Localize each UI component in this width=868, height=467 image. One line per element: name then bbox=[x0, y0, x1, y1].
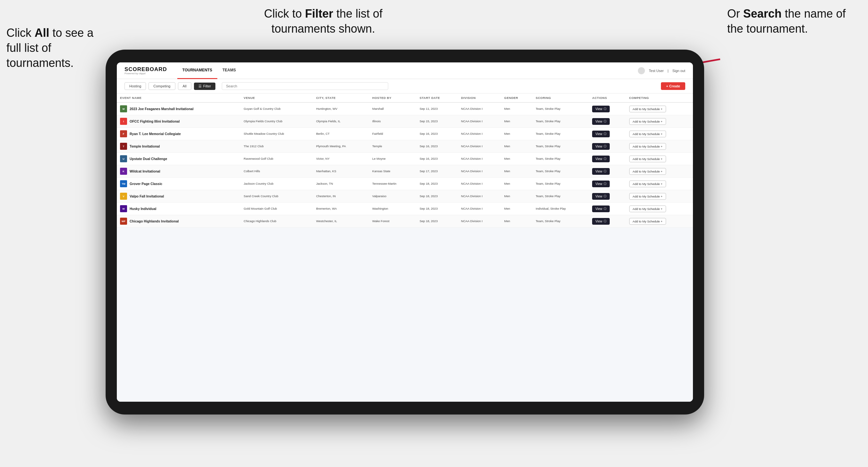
cell-start-date: Sep 16, 2023 bbox=[416, 153, 458, 165]
info-icon: ⓘ bbox=[603, 219, 607, 223]
tab-all[interactable]: All bbox=[178, 82, 191, 90]
table-container: EVENT NAME VENUE CITY, STATE HOSTED BY S… bbox=[117, 93, 693, 402]
tab-hosting[interactable]: Hosting bbox=[124, 82, 146, 90]
team-logo: WF bbox=[120, 218, 127, 225]
col-division: DIVISION bbox=[458, 93, 501, 102]
cell-event-name: WF Chicago Highlands Invitational bbox=[117, 215, 240, 227]
cell-hosted-by: Temple bbox=[369, 140, 416, 153]
add-to-schedule-button[interactable]: Add to My Schedule + bbox=[629, 156, 666, 162]
info-icon: ⓘ bbox=[603, 132, 607, 136]
table-row: U Upstate Dual Challenge Ravenwood Golf … bbox=[117, 153, 693, 165]
cell-hosted-by: Wake Forest bbox=[369, 215, 416, 227]
view-button[interactable]: View ⓘ bbox=[592, 206, 610, 212]
add-to-schedule-button[interactable]: Add to My Schedule + bbox=[629, 206, 666, 212]
view-button[interactable]: View ⓘ bbox=[592, 168, 610, 175]
cell-venue: The 1912 Club bbox=[240, 140, 313, 153]
cell-scoring: Team, Stroke Play bbox=[533, 215, 589, 227]
cell-city-state: Plymouth Meeting, PA bbox=[313, 140, 369, 153]
cell-gender: Men bbox=[501, 165, 533, 178]
cell-gender: Men bbox=[501, 153, 533, 165]
cell-division: NCAA Division I bbox=[458, 140, 501, 153]
tab-competing[interactable]: Competing bbox=[149, 82, 175, 90]
cell-hosted-by: Marshall bbox=[369, 102, 416, 115]
cell-event-name: I OFCC Fighting Illini Invitational bbox=[117, 115, 240, 128]
cell-actions: View ⓘ bbox=[589, 190, 626, 203]
user-name: Test User bbox=[649, 69, 663, 73]
col-event-name: EVENT NAME bbox=[117, 93, 240, 102]
cell-division: NCAA Division I bbox=[458, 190, 501, 203]
cell-event-name: T Temple Invitational bbox=[117, 140, 240, 153]
annotation-all: Click All to see a full list of tourname… bbox=[6, 26, 105, 70]
add-to-schedule-button[interactable]: Add to My Schedule + bbox=[629, 131, 666, 137]
cell-start-date: Sep 16, 2023 bbox=[416, 140, 458, 153]
cell-division: NCAA Division I bbox=[458, 102, 501, 115]
view-button[interactable]: View ⓘ bbox=[592, 143, 610, 150]
add-to-schedule-button[interactable]: Add to My Schedule + bbox=[629, 181, 666, 187]
cell-gender: Men bbox=[501, 203, 533, 215]
cell-event-name: U Upstate Dual Challenge bbox=[117, 153, 240, 165]
view-button[interactable]: View ⓘ bbox=[592, 181, 610, 187]
nav-bar: SCOREBOARD Powered by clippd TOURNAMENTS… bbox=[117, 62, 693, 79]
cell-start-date: Sep 17, 2023 bbox=[416, 165, 458, 178]
nav-teams[interactable]: TEAMS bbox=[217, 62, 241, 79]
add-to-schedule-button[interactable]: Add to My Schedule + bbox=[629, 118, 666, 125]
create-button[interactable]: + Create bbox=[661, 82, 685, 90]
cell-gender: Men bbox=[501, 215, 533, 227]
cell-event-name: TM Grover Page Classic bbox=[117, 178, 240, 190]
cell-hosted-by: Le Moyne bbox=[369, 153, 416, 165]
nav-tournaments[interactable]: TOURNAMENTS bbox=[177, 62, 217, 79]
cell-gender: Men bbox=[501, 102, 533, 115]
search-input[interactable] bbox=[222, 82, 388, 90]
cell-scoring: Team, Stroke Play bbox=[533, 153, 589, 165]
team-logo: U bbox=[120, 155, 127, 162]
cell-competing: Add to My Schedule + bbox=[626, 178, 693, 190]
cell-scoring: Team, Stroke Play bbox=[533, 190, 589, 203]
info-icon: ⓘ bbox=[603, 194, 607, 198]
event-name-text: Husky Individual bbox=[130, 207, 156, 211]
nav-right: Test User | Sign out bbox=[638, 67, 685, 74]
cell-division: NCAA Division I bbox=[458, 165, 501, 178]
view-button[interactable]: View ⓘ bbox=[592, 118, 610, 125]
add-to-schedule-button[interactable]: Add to My Schedule + bbox=[629, 218, 666, 225]
add-to-schedule-button[interactable]: Add to My Schedule + bbox=[629, 143, 666, 150]
view-button[interactable]: View ⓘ bbox=[592, 218, 610, 225]
view-button[interactable]: View ⓘ bbox=[592, 131, 610, 137]
cell-actions: View ⓘ bbox=[589, 140, 626, 153]
cell-gender: Men bbox=[501, 128, 533, 140]
sign-out-link[interactable]: Sign out bbox=[673, 69, 685, 73]
team-logo: TM bbox=[120, 180, 127, 187]
col-venue: VENUE bbox=[240, 93, 313, 102]
info-icon: ⓘ bbox=[603, 107, 607, 111]
info-icon: ⓘ bbox=[603, 119, 607, 124]
add-to-schedule-button[interactable]: Add to My Schedule + bbox=[629, 193, 666, 200]
tournaments-table: EVENT NAME VENUE CITY, STATE HOSTED BY S… bbox=[117, 93, 693, 227]
logo-area: SCOREBOARD Powered by clippd bbox=[124, 66, 167, 75]
event-name-text: Ryan T. Lee Memorial Collegiate bbox=[130, 132, 181, 136]
view-button[interactable]: View ⓘ bbox=[592, 156, 610, 162]
filter-button[interactable]: ☰ Filter bbox=[194, 83, 215, 90]
cell-venue: Shuttle Meadow Country Club bbox=[240, 128, 313, 140]
cell-hosted-by: Tennessee-Martin bbox=[369, 178, 416, 190]
cell-city-state: Huntington, WV bbox=[313, 102, 369, 115]
team-logo: T bbox=[120, 143, 127, 150]
info-icon: ⓘ bbox=[603, 182, 607, 186]
col-competing: COMPETING bbox=[626, 93, 693, 102]
col-city-state: CITY, STATE bbox=[313, 93, 369, 102]
cell-venue: Gold Mountain Golf Club bbox=[240, 203, 313, 215]
add-to-schedule-button[interactable]: Add to My Schedule + bbox=[629, 105, 666, 112]
view-button[interactable]: View ⓘ bbox=[592, 193, 610, 200]
cell-actions: View ⓘ bbox=[589, 203, 626, 215]
cell-city-state: Jackson, TN bbox=[313, 178, 369, 190]
filter-label: Filter bbox=[203, 84, 211, 88]
cell-city-state: Bremerton, WA bbox=[313, 203, 369, 215]
event-name-text: 2023 Joe Feaganes Marshall Invitational bbox=[130, 107, 194, 111]
cell-start-date: Sep 18, 2023 bbox=[416, 215, 458, 227]
cell-competing: Add to My Schedule + bbox=[626, 203, 693, 215]
logo-subtitle: Powered by clippd bbox=[124, 72, 167, 75]
event-name-text: Valpo Fall Invitational bbox=[130, 194, 164, 198]
add-to-schedule-button[interactable]: Add to My Schedule + bbox=[629, 168, 666, 175]
team-logo: I bbox=[120, 118, 127, 125]
view-button[interactable]: View ⓘ bbox=[592, 105, 610, 112]
cell-venue: Ravenwood Golf Club bbox=[240, 153, 313, 165]
cell-actions: View ⓘ bbox=[589, 153, 626, 165]
